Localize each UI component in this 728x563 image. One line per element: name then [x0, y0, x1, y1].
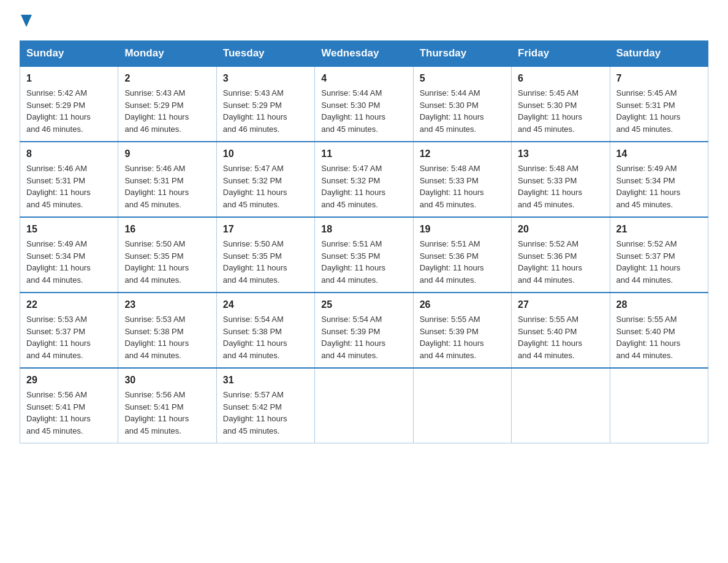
calendar-week-row: 8 Sunrise: 5:46 AMSunset: 5:31 PMDayligh… [20, 142, 708, 217]
calendar-cell: 18 Sunrise: 5:51 AMSunset: 5:35 PMDaylig… [315, 217, 413, 293]
day-number: 24 [223, 297, 308, 312]
calendar-table: SundayMondayTuesdayWednesdayThursdayFrid… [20, 40, 708, 443]
day-number: 5 [420, 71, 505, 86]
day-info: Sunrise: 5:55 AMSunset: 5:39 PMDaylight:… [420, 315, 484, 360]
col-header-wednesday: Wednesday [315, 41, 413, 67]
day-info: Sunrise: 5:47 AMSunset: 5:32 PMDaylight:… [223, 164, 287, 209]
calendar-cell: 25 Sunrise: 5:54 AMSunset: 5:39 PMDaylig… [315, 293, 413, 368]
logo-general-row [20, 15, 32, 29]
day-info: Sunrise: 5:50 AMSunset: 5:35 PMDaylight:… [124, 239, 189, 285]
day-info: Sunrise: 5:56 AMSunset: 5:41 PMDaylight:… [26, 390, 91, 435]
day-number: 1 [26, 71, 112, 86]
page-header [20, 15, 708, 29]
calendar-week-row: 1 Sunrise: 5:42 AMSunset: 5:29 PMDayligh… [20, 66, 708, 142]
calendar-cell: 4 Sunrise: 5:44 AMSunset: 5:30 PMDayligh… [315, 66, 413, 142]
day-number: 21 [616, 222, 702, 237]
day-number: 16 [124, 222, 210, 237]
calendar-header-row: SundayMondayTuesdayWednesdayThursdayFrid… [20, 41, 708, 67]
calendar-week-row: 29 Sunrise: 5:56 AMSunset: 5:41 PMDaylig… [20, 368, 708, 443]
day-info: Sunrise: 5:49 AMSunset: 5:34 PMDaylight:… [26, 239, 91, 285]
day-info: Sunrise: 5:57 AMSunset: 5:42 PMDaylight:… [223, 390, 287, 435]
day-info: Sunrise: 5:48 AMSunset: 5:33 PMDaylight:… [518, 164, 582, 209]
calendar-cell: 6 Sunrise: 5:45 AMSunset: 5:30 PMDayligh… [512, 66, 610, 142]
day-info: Sunrise: 5:51 AMSunset: 5:35 PMDaylight:… [321, 239, 385, 285]
day-number: 10 [223, 147, 308, 161]
day-info: Sunrise: 5:49 AMSunset: 5:34 PMDaylight:… [616, 164, 681, 209]
calendar-cell: 15 Sunrise: 5:49 AMSunset: 5:34 PMDaylig… [20, 217, 118, 293]
calendar-cell: 1 Sunrise: 5:42 AMSunset: 5:29 PMDayligh… [20, 66, 118, 142]
day-info: Sunrise: 5:52 AMSunset: 5:36 PMDaylight:… [518, 239, 582, 285]
day-number: 8 [26, 147, 112, 161]
day-number: 20 [518, 222, 603, 237]
calendar-cell [610, 368, 708, 443]
day-number: 26 [420, 297, 505, 312]
calendar-cell: 17 Sunrise: 5:50 AMSunset: 5:35 PMDaylig… [216, 217, 314, 293]
day-number: 14 [616, 147, 702, 161]
day-info: Sunrise: 5:42 AMSunset: 5:29 PMDaylight:… [26, 88, 91, 134]
day-number: 18 [321, 222, 406, 237]
day-info: Sunrise: 5:45 AMSunset: 5:31 PMDaylight:… [616, 88, 681, 134]
day-number: 28 [616, 297, 702, 312]
calendar-cell: 22 Sunrise: 5:53 AMSunset: 5:37 PMDaylig… [20, 293, 118, 368]
col-header-thursday: Thursday [413, 41, 511, 67]
day-info: Sunrise: 5:55 AMSunset: 5:40 PMDaylight:… [616, 315, 681, 360]
day-info: Sunrise: 5:45 AMSunset: 5:30 PMDaylight:… [518, 88, 582, 134]
calendar-cell [413, 368, 511, 443]
day-number: 30 [124, 373, 210, 388]
day-number: 2 [124, 71, 210, 86]
day-info: Sunrise: 5:53 AMSunset: 5:38 PMDaylight:… [124, 315, 189, 360]
calendar-cell: 10 Sunrise: 5:47 AMSunset: 5:32 PMDaylig… [216, 142, 314, 217]
calendar-cell [512, 368, 610, 443]
col-header-saturday: Saturday [610, 41, 708, 67]
day-info: Sunrise: 5:44 AMSunset: 5:30 PMDaylight:… [420, 88, 484, 134]
calendar-cell: 14 Sunrise: 5:49 AMSunset: 5:34 PMDaylig… [610, 142, 708, 217]
day-number: 31 [223, 373, 308, 388]
day-number: 25 [321, 297, 406, 312]
calendar-cell: 8 Sunrise: 5:46 AMSunset: 5:31 PMDayligh… [20, 142, 118, 217]
day-info: Sunrise: 5:54 AMSunset: 5:38 PMDaylight:… [223, 315, 287, 360]
calendar-cell: 20 Sunrise: 5:52 AMSunset: 5:36 PMDaylig… [512, 217, 610, 293]
day-number: 22 [26, 297, 112, 312]
day-number: 23 [124, 297, 210, 312]
day-info: Sunrise: 5:43 AMSunset: 5:29 PMDaylight:… [223, 88, 287, 134]
calendar-week-row: 15 Sunrise: 5:49 AMSunset: 5:34 PMDaylig… [20, 217, 708, 293]
col-header-tuesday: Tuesday [216, 41, 314, 67]
calendar-cell: 2 Sunrise: 5:43 AMSunset: 5:29 PMDayligh… [118, 66, 216, 142]
day-number: 27 [518, 297, 603, 312]
calendar-week-row: 22 Sunrise: 5:53 AMSunset: 5:37 PMDaylig… [20, 293, 708, 368]
day-number: 9 [124, 147, 210, 161]
day-info: Sunrise: 5:44 AMSunset: 5:30 PMDaylight:… [321, 88, 385, 134]
day-number: 17 [223, 222, 308, 237]
day-info: Sunrise: 5:50 AMSunset: 5:35 PMDaylight:… [223, 239, 287, 285]
day-info: Sunrise: 5:46 AMSunset: 5:31 PMDaylight:… [26, 164, 91, 209]
day-number: 15 [26, 222, 112, 237]
day-info: Sunrise: 5:56 AMSunset: 5:41 PMDaylight:… [124, 390, 189, 435]
calendar-cell: 11 Sunrise: 5:47 AMSunset: 5:32 PMDaylig… [315, 142, 413, 217]
day-number: 3 [223, 71, 308, 86]
day-number: 4 [321, 71, 406, 86]
day-info: Sunrise: 5:55 AMSunset: 5:40 PMDaylight:… [518, 315, 582, 360]
svg-marker-0 [21, 15, 32, 27]
col-header-monday: Monday [118, 41, 216, 67]
calendar-cell: 24 Sunrise: 5:54 AMSunset: 5:38 PMDaylig… [216, 293, 314, 368]
calendar-cell: 26 Sunrise: 5:55 AMSunset: 5:39 PMDaylig… [413, 293, 511, 368]
day-info: Sunrise: 5:47 AMSunset: 5:32 PMDaylight:… [321, 164, 385, 209]
calendar-cell: 7 Sunrise: 5:45 AMSunset: 5:31 PMDayligh… [610, 66, 708, 142]
calendar-cell: 9 Sunrise: 5:46 AMSunset: 5:31 PMDayligh… [118, 142, 216, 217]
logo [20, 15, 32, 29]
col-header-sunday: Sunday [20, 41, 118, 67]
calendar-cell: 23 Sunrise: 5:53 AMSunset: 5:38 PMDaylig… [118, 293, 216, 368]
calendar-cell: 31 Sunrise: 5:57 AMSunset: 5:42 PMDaylig… [216, 368, 314, 443]
day-info: Sunrise: 5:52 AMSunset: 5:37 PMDaylight:… [616, 239, 681, 285]
calendar-cell [315, 368, 413, 443]
col-header-friday: Friday [512, 41, 610, 67]
day-info: Sunrise: 5:54 AMSunset: 5:39 PMDaylight:… [321, 315, 385, 360]
calendar-cell: 19 Sunrise: 5:51 AMSunset: 5:36 PMDaylig… [413, 217, 511, 293]
day-info: Sunrise: 5:43 AMSunset: 5:29 PMDaylight:… [124, 88, 189, 134]
calendar-cell: 28 Sunrise: 5:55 AMSunset: 5:40 PMDaylig… [610, 293, 708, 368]
logo-triangle-icon [21, 15, 32, 27]
day-number: 19 [420, 222, 505, 237]
day-info: Sunrise: 5:46 AMSunset: 5:31 PMDaylight:… [124, 164, 189, 209]
calendar-cell: 29 Sunrise: 5:56 AMSunset: 5:41 PMDaylig… [20, 368, 118, 443]
day-number: 11 [321, 147, 406, 161]
